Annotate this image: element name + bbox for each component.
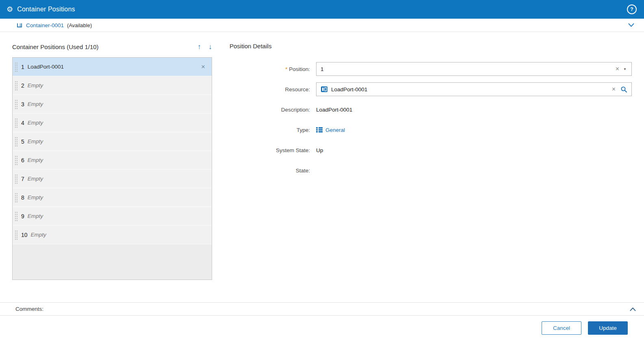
- position-field-label: *Position:: [230, 66, 316, 72]
- description-field-label: Description:: [230, 107, 316, 113]
- loadport-icon: [321, 86, 328, 93]
- drag-handle-icon[interactable]: [15, 81, 17, 90]
- list-item[interactable]: 4 Empty: [13, 114, 212, 132]
- drag-handle-icon[interactable]: [15, 155, 17, 165]
- list-item[interactable]: 8 Empty: [13, 188, 212, 207]
- drag-handle-icon[interactable]: [15, 118, 17, 128]
- type-general-icon: [316, 127, 323, 133]
- form-row-position: *Position: 1 × ▼: [230, 62, 632, 76]
- comments-section: Comments:: [0, 302, 644, 316]
- positions-panel: Container Positions (Used 1/10) ↑ ↓ 1 Lo…: [12, 32, 212, 302]
- list-item[interactable]: 10 Empty: [13, 226, 212, 244]
- position-number: 6: [21, 157, 24, 164]
- position-label: Empty: [28, 120, 43, 126]
- drag-handle-icon[interactable]: [15, 99, 17, 109]
- form-row-resource: Resource: LoadPort-0001 ×: [230, 82, 632, 96]
- page-title: Container Positions: [17, 6, 75, 13]
- state-field-label: State:: [230, 168, 316, 174]
- drag-handle-icon[interactable]: [15, 193, 17, 202]
- breadcrumb: Container-0001 (Available): [0, 19, 644, 32]
- clear-resource-icon[interactable]: ×: [608, 86, 620, 93]
- description-value: LoadPort-0001: [316, 107, 352, 113]
- form-row-description: Description: LoadPort-0001: [230, 103, 632, 116]
- cancel-button[interactable]: Cancel: [542, 321, 581, 335]
- position-number: 7: [21, 176, 24, 182]
- type-field-label: Type:: [230, 127, 316, 133]
- list-item[interactable]: 6 Empty: [13, 151, 212, 170]
- container-status: (Available): [67, 22, 92, 28]
- comments-label: Comments:: [15, 306, 630, 312]
- position-label: Empty: [28, 82, 43, 88]
- position-label: Empty: [28, 157, 43, 163]
- position-input[interactable]: 1 × ▼: [316, 62, 632, 76]
- list-item[interactable]: 5 Empty: [13, 132, 212, 151]
- resource-value: LoadPort-0001: [331, 86, 608, 93]
- system-state-value: Up: [316, 147, 323, 153]
- list-item[interactable]: 7 Empty: [13, 170, 212, 188]
- positions-panel-title: Container Positions (Used 1/10): [12, 43, 190, 50]
- position-number: 5: [21, 138, 24, 145]
- list-item[interactable]: 3 Empty: [13, 95, 212, 114]
- position-number: 2: [21, 82, 24, 89]
- list-item[interactable]: 9 Empty: [13, 207, 212, 226]
- form-row-system-state: System State: Up: [230, 143, 632, 157]
- move-down-button[interactable]: ↓: [208, 43, 212, 50]
- title-bar: ⚙ Container Positions ?: [0, 0, 644, 19]
- position-details-title: Position Details: [230, 43, 632, 51]
- chevron-up-icon[interactable]: [630, 307, 636, 311]
- form-row-type: Type: General: [230, 123, 632, 137]
- position-label: Empty: [28, 213, 43, 219]
- list-item[interactable]: 1 LoadPort-0001 ×: [13, 58, 212, 76]
- position-number: 8: [21, 194, 24, 201]
- type-value-link[interactable]: General: [325, 127, 345, 133]
- update-button[interactable]: Update: [588, 321, 628, 335]
- position-number: 4: [21, 120, 24, 126]
- chevron-down-icon[interactable]: [628, 23, 634, 27]
- position-number: 10: [21, 232, 28, 238]
- dropdown-caret-icon[interactable]: ▼: [623, 67, 631, 71]
- breadcrumb-container-link[interactable]: Container-0001: [26, 22, 64, 28]
- clear-position-icon[interactable]: ×: [611, 66, 623, 72]
- main-content: Container Positions (Used 1/10) ↑ ↓ 1 Lo…: [0, 32, 644, 302]
- required-asterisk: *: [285, 66, 287, 72]
- positions-list: 1 LoadPort-0001 × 2 Empty 3 Empty 4 Empt…: [12, 57, 212, 280]
- drag-handle-icon[interactable]: [15, 137, 17, 146]
- position-label: Empty: [31, 232, 46, 238]
- position-value: 1: [321, 66, 611, 72]
- container-icon: [16, 22, 23, 28]
- footer-action-bar: Cancel Update: [0, 316, 644, 340]
- move-up-button[interactable]: ↑: [197, 43, 201, 50]
- gear-icon: ⚙: [7, 6, 13, 13]
- position-details-panel: Position Details *Position: 1 × ▼ Resour…: [212, 32, 644, 302]
- drag-handle-icon[interactable]: [15, 230, 17, 240]
- position-number: 3: [21, 101, 24, 108]
- position-label: Empty: [28, 101, 43, 107]
- search-icon[interactable]: [620, 86, 631, 93]
- position-number: 9: [21, 213, 24, 219]
- drag-handle-icon[interactable]: [15, 211, 17, 221]
- list-item[interactable]: 2 Empty: [13, 76, 212, 95]
- position-number: 1: [21, 64, 24, 70]
- resource-field-label: Resource:: [230, 86, 316, 93]
- form-row-state: State:: [230, 164, 632, 177]
- drag-handle-icon[interactable]: [15, 174, 17, 184]
- remove-position-button[interactable]: ×: [201, 63, 205, 70]
- position-label: Empty: [28, 194, 43, 200]
- drag-handle-icon[interactable]: [15, 62, 17, 72]
- help-icon[interactable]: ?: [627, 4, 637, 14]
- resource-input[interactable]: LoadPort-0001 ×: [316, 82, 632, 96]
- position-label: LoadPort-0001: [28, 64, 64, 70]
- position-label: Empty: [28, 176, 43, 182]
- position-label: Empty: [28, 138, 43, 144]
- system-state-field-label: System State:: [230, 147, 316, 153]
